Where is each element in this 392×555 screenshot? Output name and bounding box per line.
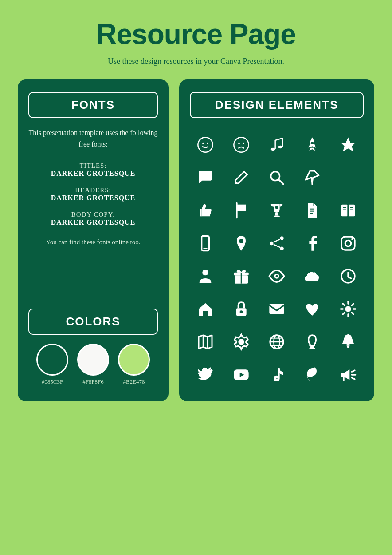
icon-map xyxy=(190,328,221,356)
svg-line-14 xyxy=(279,180,283,184)
svg-line-61 xyxy=(352,304,353,305)
fonts-header: FONTS xyxy=(28,92,158,118)
body-font-name: DARKER GROTESQUE xyxy=(28,218,158,226)
svg-rect-53 xyxy=(269,304,284,314)
icon-share xyxy=(261,229,292,258)
svg-point-6 xyxy=(271,148,275,151)
icon-lock xyxy=(225,295,256,323)
svg-rect-24 xyxy=(349,205,354,217)
svg-point-47 xyxy=(275,275,278,278)
swatch-1: #085C3F xyxy=(36,344,68,385)
svg-point-13 xyxy=(271,172,280,181)
design-panel: DESIGN ELEMENTS xyxy=(179,79,374,401)
icon-home xyxy=(190,295,221,323)
titles-font-name: DARKER GROTESQUE xyxy=(28,170,158,178)
icon-book xyxy=(333,196,364,225)
icon-twitter xyxy=(190,361,221,389)
svg-point-52 xyxy=(239,310,243,313)
icon-facebook xyxy=(297,229,328,258)
svg-rect-72 xyxy=(347,334,349,336)
titles-label: TITLES: xyxy=(28,162,158,170)
icon-rocket xyxy=(297,131,328,159)
svg-point-2 xyxy=(207,143,208,144)
colors-section: COLORS #085C3F #F8F8F6 #B2E478 xyxy=(28,309,158,389)
icon-location xyxy=(225,229,256,258)
icon-moon xyxy=(297,361,328,389)
svg-point-3 xyxy=(234,137,248,152)
svg-point-0 xyxy=(198,137,213,152)
svg-point-1 xyxy=(202,143,204,144)
icon-bell xyxy=(333,328,364,356)
svg-point-42 xyxy=(203,270,208,275)
svg-point-33 xyxy=(239,239,243,243)
icon-star xyxy=(333,131,364,159)
swatch-circle-3 xyxy=(118,344,150,376)
icon-document xyxy=(297,196,328,225)
icon-bulb xyxy=(297,328,328,356)
icons-grid xyxy=(190,131,364,389)
icon-music xyxy=(261,131,292,159)
svg-point-41 xyxy=(351,238,353,240)
svg-line-38 xyxy=(273,245,280,248)
svg-point-54 xyxy=(345,306,351,312)
icon-instagram xyxy=(333,229,364,258)
page-title: Resource Page xyxy=(96,18,295,51)
swatch-label-2: #F8F8F6 xyxy=(82,378,104,385)
fonts-footer: You can find these fonts online too. xyxy=(28,237,158,247)
headers-font-name: DARKER GROTESQUE xyxy=(28,194,158,202)
svg-point-19 xyxy=(275,206,278,209)
svg-point-34 xyxy=(270,242,273,245)
icon-flag xyxy=(225,196,256,225)
headers-font-section: HEADERS: DARKER GROTESQUE xyxy=(28,186,158,202)
icon-cloud xyxy=(297,262,328,290)
icon-placeholder5 xyxy=(333,163,364,192)
svg-point-35 xyxy=(280,236,283,240)
icon-gift xyxy=(225,262,256,290)
svg-line-10 xyxy=(275,138,283,140)
svg-rect-17 xyxy=(275,213,278,216)
swatch-2: #F8F8F6 xyxy=(77,344,109,385)
svg-rect-18 xyxy=(274,216,279,217)
svg-point-4 xyxy=(238,143,240,144)
icon-mail xyxy=(261,295,292,323)
svg-point-40 xyxy=(345,240,351,246)
fonts-intro: This presentation template uses the foll… xyxy=(28,127,158,150)
icon-search xyxy=(261,163,292,192)
icon-youtube xyxy=(225,361,256,389)
swatch-label-3: #B2E478 xyxy=(123,378,145,385)
svg-marker-63 xyxy=(199,335,212,349)
icon-thumbsup xyxy=(190,196,221,225)
swatch-label-1: #085C3F xyxy=(42,378,63,385)
svg-line-37 xyxy=(273,239,280,242)
colors-swatches: #085C3F #F8F8F6 #B2E478 xyxy=(28,344,158,385)
page-subtitle: Use these design resources in your Canva… xyxy=(108,57,284,66)
svg-line-60 xyxy=(352,313,353,314)
swatch-circle-2 xyxy=(77,344,109,376)
icon-person xyxy=(190,262,221,290)
icon-trophy xyxy=(261,196,292,225)
swatch-circle-1 xyxy=(36,344,68,376)
body-label: BODY COPY: xyxy=(28,211,158,218)
icon-pin xyxy=(297,163,328,192)
svg-line-62 xyxy=(343,313,345,314)
icon-smiley xyxy=(190,131,221,159)
icon-phone xyxy=(190,229,221,258)
icon-globe xyxy=(261,328,292,356)
svg-rect-23 xyxy=(341,205,347,217)
design-header: DESIGN ELEMENTS xyxy=(190,92,364,118)
svg-line-77 xyxy=(352,378,355,379)
fonts-panel: FONTS This presentation template uses th… xyxy=(18,79,169,401)
svg-line-59 xyxy=(343,304,345,305)
panels-container: FONTS This presentation template uses th… xyxy=(18,79,374,401)
headers-label: HEADERS: xyxy=(28,186,158,194)
icon-megaphone xyxy=(333,361,364,389)
svg-line-75 xyxy=(352,370,355,372)
icon-sun xyxy=(333,295,364,323)
swatch-3: #B2E478 xyxy=(118,344,150,385)
icon-tiktok xyxy=(261,361,292,389)
icon-eye xyxy=(261,262,292,290)
svg-rect-71 xyxy=(346,344,349,345)
icon-clock xyxy=(333,262,364,290)
titles-font-section: TITLES: DARKER GROTESQUE xyxy=(28,162,158,178)
icon-sad xyxy=(225,131,256,159)
